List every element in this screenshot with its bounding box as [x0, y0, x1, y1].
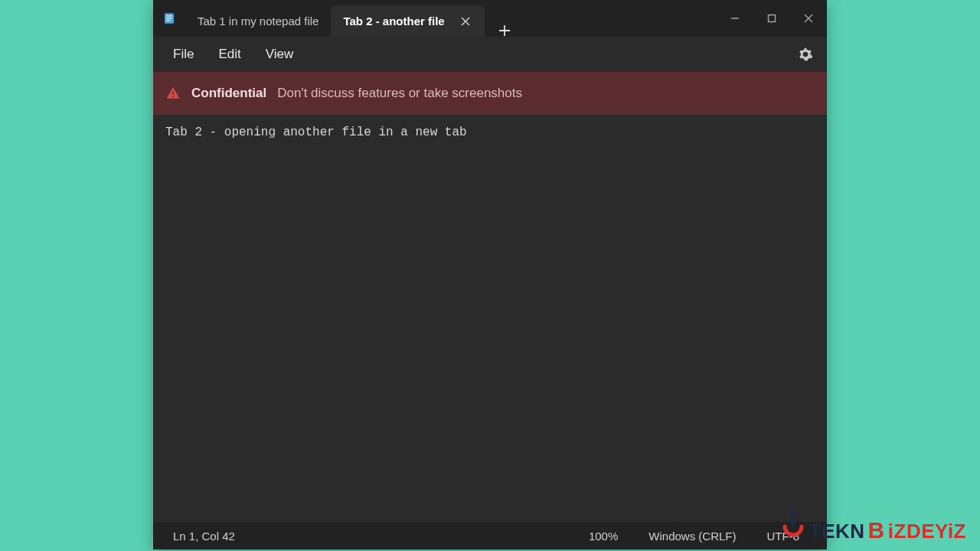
menu-edit[interactable]: Edit	[206, 42, 253, 67]
text-editor[interactable]: Tab 2 - opening another file in a new ta…	[153, 115, 827, 522]
menu-view[interactable]: View	[253, 42, 306, 67]
watermark-text-2: B	[868, 517, 885, 543]
status-cursor-position: Ln 1, Col 42	[165, 530, 573, 543]
notepad-icon	[162, 11, 176, 25]
tab-label: Tab 1 in my notepad file	[198, 15, 318, 28]
svg-rect-2	[166, 18, 172, 18]
tab-1[interactable]: Tab 1 in my notepad file	[185, 5, 331, 37]
title-bar: Tab 1 in my notepad file Tab 2 - another…	[153, 0, 827, 37]
window-controls	[717, 0, 827, 37]
app-icon	[153, 0, 185, 37]
svg-rect-4	[769, 15, 776, 22]
banner-message: Don't discuss features or take screensho…	[277, 86, 522, 101]
tab-label: Tab 2 - another file	[343, 15, 444, 28]
maximize-button[interactable]	[753, 0, 790, 37]
new-tab-button[interactable]	[489, 24, 520, 37]
gear-icon	[798, 47, 813, 62]
menu-bar: File Edit View	[153, 37, 827, 72]
svg-rect-1	[166, 15, 172, 16]
confidential-banner: Confidential Don't discuss features or t…	[153, 72, 827, 115]
close-window-button[interactable]	[790, 0, 827, 37]
menu-file[interactable]: File	[161, 42, 206, 67]
tab-2[interactable]: Tab 2 - another file	[331, 5, 484, 37]
editor-content: Tab 2 - opening another file in a new ta…	[165, 126, 467, 139]
close-tab-icon[interactable]	[459, 15, 472, 28]
banner-title: Confidential	[191, 86, 266, 101]
status-encoding[interactable]: UTF-8	[752, 530, 815, 543]
svg-rect-5	[172, 92, 174, 95]
svg-rect-3	[166, 20, 170, 21]
status-zoom[interactable]: 100%	[573, 530, 633, 543]
watermark-text-3: iZDEYiZ	[888, 520, 966, 543]
warning-icon	[165, 86, 181, 101]
status-bar: Ln 1, Col 42 100% Windows (CRLF) UTF-8	[153, 522, 827, 549]
minimize-button[interactable]	[717, 0, 753, 37]
tab-strip: Tab 1 in my notepad file Tab 2 - another…	[185, 0, 717, 37]
settings-button[interactable]	[792, 41, 819, 68]
status-line-ending[interactable]: Windows (CRLF)	[633, 530, 751, 543]
svg-rect-6	[172, 96, 174, 97]
notepad-window: Tab 1 in my notepad file Tab 2 - another…	[153, 0, 827, 549]
